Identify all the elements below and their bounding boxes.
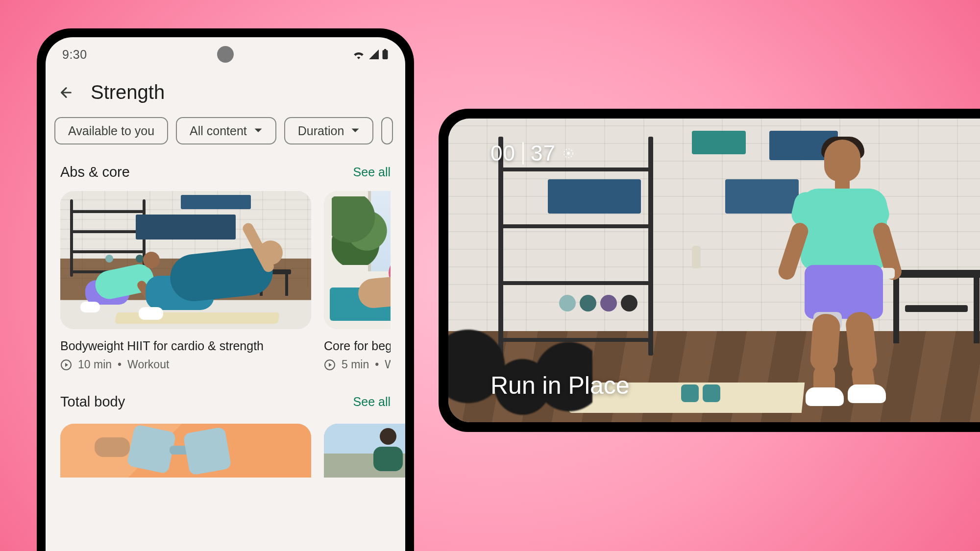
chip-label: Available to you	[68, 124, 154, 138]
exercise-caption: Run in Place	[490, 371, 630, 400]
workout-video-player[interactable]: 00 37 Run in Place	[448, 119, 980, 422]
phone-screen-portrait: 9:30 Strength Available to	[46, 37, 405, 551]
filter-chip-duration[interactable]: Duration	[284, 117, 374, 144]
svg-rect-0	[383, 50, 388, 59]
heart-rate-icon	[563, 147, 574, 159]
workout-title: Bodyweight HIIT for cardio & strength	[60, 339, 311, 353]
card-row[interactable]: Bodyweight HIIT for cardio & strength 10…	[60, 191, 391, 371]
page-title: Strength	[91, 81, 165, 103]
workout-card[interactable]: Core for begi 5 min • Wo	[324, 191, 391, 371]
back-button[interactable]	[56, 83, 76, 102]
cellular-icon	[368, 49, 379, 59]
filter-chip-available[interactable]: Available to you	[54, 117, 168, 144]
workout-thumbnail[interactable]	[60, 424, 311, 478]
play-circle-icon	[324, 359, 336, 371]
workout-timer: 00 37	[490, 141, 574, 166]
workout-title: Core for begi	[324, 339, 391, 353]
chevron-down-icon	[254, 128, 263, 134]
status-bar: 9:30	[46, 37, 405, 72]
workout-card[interactable]: Bodyweight HIIT for cardio & strength 10…	[60, 191, 311, 371]
svg-rect-1	[384, 49, 386, 50]
section-abs-core: Abs & core See all	[46, 161, 405, 376]
workout-type: Wo	[385, 358, 391, 371]
timer-seconds: 37	[531, 141, 556, 166]
app-header: Strength	[46, 72, 405, 117]
phone-frame-portrait: 9:30 Strength Available to	[37, 28, 414, 551]
section-header: Total body See all	[60, 391, 391, 421]
chevron-down-icon	[351, 128, 360, 134]
svg-point-5	[567, 152, 570, 155]
section-title: Abs & core	[60, 164, 130, 180]
timer-divider	[522, 142, 524, 165]
play-circle-icon	[60, 359, 72, 371]
see-all-link[interactable]: See all	[353, 165, 391, 179]
workout-meta: 10 min • Workout	[60, 358, 311, 371]
workout-type: Workout	[127, 358, 169, 371]
workout-thumbnail	[60, 191, 311, 329]
arrow-left-icon	[58, 85, 74, 100]
section-total-body: Total body See all	[46, 391, 405, 482]
status-icons	[352, 49, 389, 60]
chip-label: Duration	[298, 124, 344, 138]
see-all-link[interactable]: See all	[353, 395, 391, 409]
front-camera-dot	[217, 46, 234, 63]
workout-thumbnail[interactable]	[324, 424, 405, 478]
wifi-icon	[352, 49, 365, 59]
instructor-figure	[766, 140, 913, 404]
filter-chip-overflow[interactable]	[381, 117, 393, 144]
workout-duration: 5 min	[342, 358, 369, 371]
workout-meta: 5 min • Wo	[324, 358, 391, 371]
battery-icon	[382, 49, 389, 60]
workout-thumbnail	[324, 191, 391, 329]
status-time: 9:30	[62, 48, 87, 62]
card-row[interactable]	[60, 421, 391, 478]
filter-chip-row[interactable]: Available to you All content Duration	[46, 117, 405, 161]
filter-chip-content[interactable]: All content	[176, 117, 276, 144]
timer-minutes: 00	[490, 141, 515, 166]
phone-frame-landscape: 00 37 Run in Place	[439, 109, 980, 432]
chip-label: All content	[190, 124, 247, 138]
workout-duration: 10 min	[78, 358, 112, 371]
section-title: Total body	[60, 394, 125, 410]
section-header: Abs & core See all	[60, 161, 391, 191]
